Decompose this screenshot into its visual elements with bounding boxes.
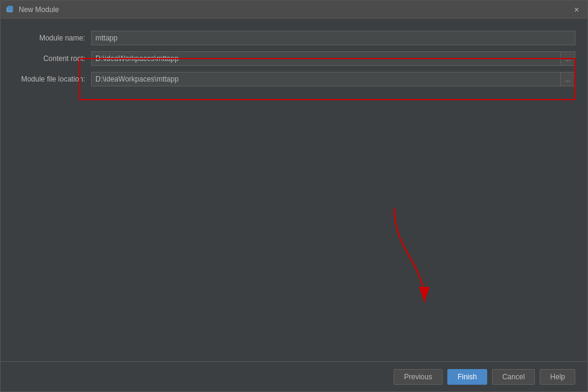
- module-name-input[interactable]: [91, 31, 575, 45]
- module-name-input-container: [91, 31, 575, 45]
- bottom-bar: Previous Finish Cancel Help: [1, 361, 587, 391]
- finish-button[interactable]: Finish: [447, 369, 487, 385]
- module-file-row: Module file location: ...: [13, 72, 575, 86]
- content-root-input-container: ...: [91, 51, 575, 66]
- module-file-input[interactable]: [91, 72, 561, 86]
- new-module-dialog: New Module × Module name: Content root: …: [0, 0, 588, 392]
- title-bar: New Module ×: [1, 1, 587, 19]
- cancel-button[interactable]: Cancel: [492, 369, 535, 385]
- content-area: Module name: Content root: ... Module fi…: [1, 19, 587, 361]
- svg-rect-1: [8, 6, 13, 11]
- content-root-input[interactable]: [91, 51, 561, 66]
- previous-button[interactable]: Previous: [394, 369, 443, 385]
- content-root-browse-button[interactable]: ...: [561, 51, 575, 66]
- help-button[interactable]: Help: [540, 369, 575, 385]
- dialog-title: New Module: [19, 5, 570, 14]
- module-file-label: Module file location:: [13, 75, 91, 83]
- content-root-label: Content root:: [13, 54, 91, 63]
- module-name-row: Module name:: [13, 31, 575, 45]
- module-icon: [5, 5, 15, 14]
- content-root-row: Content root: ...: [13, 51, 575, 66]
- module-file-browse-button[interactable]: ...: [561, 72, 575, 86]
- arrow-annotation: [370, 202, 449, 313]
- module-name-label: Module name:: [13, 34, 91, 42]
- close-button[interactable]: ×: [570, 4, 583, 16]
- module-file-input-container: ...: [91, 72, 575, 86]
